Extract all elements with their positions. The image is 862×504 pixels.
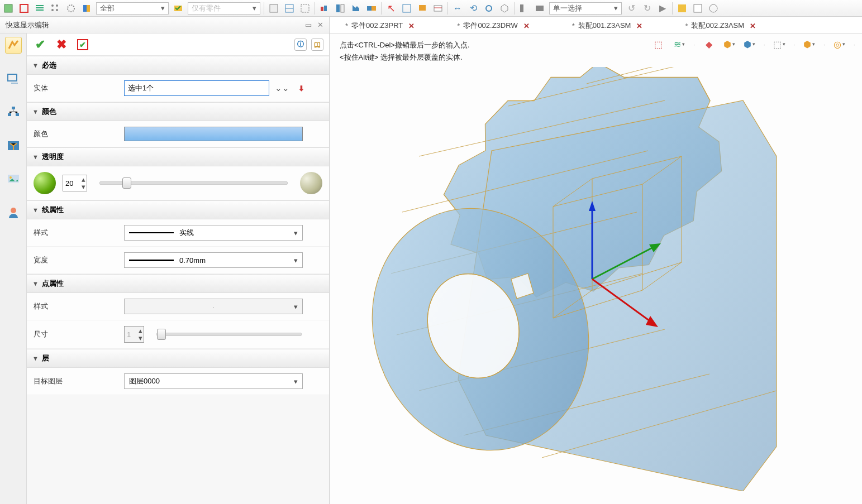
toolbar-icon[interactable]: ↺ xyxy=(625,2,637,15)
section-layer[interactable]: ▼ 层 xyxy=(27,349,329,368)
spinner-arrows[interactable]: ▴▾ xyxy=(82,176,85,190)
side-icon-feature[interactable] xyxy=(5,37,22,54)
selection-mode-combo[interactable]: 单一选择 xyxy=(549,2,622,15)
3d-viewport[interactable]: 点击<CTRL-Del>撤销最后一步的输入点. <按住Alt键> 选择被最外层覆… xyxy=(330,33,862,504)
close-tab-icon[interactable]: ✕ xyxy=(408,22,415,30)
close-tab-icon[interactable]: ✕ xyxy=(523,22,530,30)
minimize-icon[interactable]: ▭ xyxy=(305,21,312,29)
point-style-select[interactable]: · xyxy=(124,299,303,314)
toolbar-icon[interactable] xyxy=(692,2,704,15)
tab-asm2[interactable]: * 装配002.Z3ASM ✕ xyxy=(680,18,760,33)
color-swatch[interactable] xyxy=(124,127,303,141)
toolbar-icon[interactable] xyxy=(350,2,362,15)
close-tab-icon[interactable]: ✕ xyxy=(750,22,756,30)
section-required-label: 必选 xyxy=(42,60,56,70)
toolbar-icon[interactable] xyxy=(483,2,495,15)
point-size-input[interactable]: 1 ▴▾ xyxy=(124,326,144,343)
toolbar-icon[interactable] xyxy=(534,2,546,15)
svg-rect-33 xyxy=(16,113,19,116)
transparency-slider[interactable] xyxy=(99,181,288,185)
vp-tool-icon[interactable]: ≋ xyxy=(673,38,685,50)
toolbar-icon[interactable] xyxy=(172,2,184,15)
toolbar-icon[interactable] xyxy=(498,2,511,15)
toolbar-icon[interactable] xyxy=(518,2,530,15)
svg-rect-16 xyxy=(336,4,340,12)
toolbar-icon[interactable] xyxy=(334,2,346,15)
section-layer-label: 层 xyxy=(42,353,49,363)
apply-button[interactable]: ✔ xyxy=(75,37,91,52)
vp-tool-icon[interactable]: ⬢ xyxy=(723,38,736,50)
svg-rect-30 xyxy=(8,74,17,81)
toolbar-icon[interactable] xyxy=(318,2,331,15)
vp-tool-eraser-icon[interactable]: ◆ xyxy=(703,38,716,50)
vp-tool-icon[interactable]: ⬢ xyxy=(744,38,756,50)
tab-part-prt[interactable]: * 零件002.Z3PRT ✕ xyxy=(341,18,419,33)
panel-title-bar: 快速显示编辑 ▭ ✕ xyxy=(0,17,329,33)
filter-combo-all[interactable]: 全部 xyxy=(96,2,169,15)
spinner-arrows[interactable]: ▴▾ xyxy=(139,327,142,342)
toolbar-icon[interactable]: ↔ xyxy=(451,2,464,15)
toolbar-icon[interactable]: ↖ xyxy=(385,2,397,15)
viewport-area: * 零件002.Z3PRT ✕ * 零件002.Z3DRW ✕ * 装配001.… xyxy=(330,17,862,504)
toolbar-icon[interactable] xyxy=(49,2,61,15)
toolbar-icon[interactable] xyxy=(65,2,77,15)
info-button[interactable]: ⓘ xyxy=(294,39,307,51)
toolbar-icon[interactable] xyxy=(416,2,428,15)
toolbar-icon[interactable] xyxy=(283,2,296,15)
line-style-select[interactable]: 实线 xyxy=(124,225,303,241)
toolbar-icon[interactable] xyxy=(268,2,280,15)
point-size-slider[interactable] xyxy=(156,333,302,336)
toolbar-icon[interactable] xyxy=(34,2,46,15)
separator xyxy=(315,2,315,15)
document-tab-strip: * 零件002.Z3PRT ✕ * 零件002.Z3DRW ✕ * 装配001.… xyxy=(330,17,862,33)
svg-point-36 xyxy=(9,176,12,179)
toolbar-icon[interactable] xyxy=(2,2,15,15)
entity-input[interactable]: 选中1个 xyxy=(124,80,269,96)
bookmark-button[interactable]: 🕮 xyxy=(311,39,323,51)
close-tab-icon[interactable]: ✕ xyxy=(636,22,642,30)
vp-tool-icon[interactable]: ⬚ xyxy=(653,38,665,50)
vp-tool-cube-icon[interactable]: ⬚ xyxy=(773,38,785,50)
toolbar-icon[interactable] xyxy=(80,2,93,15)
tab-asm1[interactable]: * 装配001.Z3ASM ✕ xyxy=(568,18,647,33)
toolbar-icon[interactable] xyxy=(18,2,30,15)
toolbar-icon[interactable] xyxy=(365,2,378,15)
line-width-select[interactable]: 0.70mm xyxy=(124,252,303,268)
point-style-label: 样式 xyxy=(34,301,117,311)
toolbar-icon[interactable]: ▶ xyxy=(656,2,669,15)
accept-button[interactable]: ✔ xyxy=(32,37,48,52)
toolbar-icon[interactable] xyxy=(676,2,688,15)
target-layer-select[interactable]: 图层0000 xyxy=(124,373,303,389)
toolbar-icon[interactable]: ⟲ xyxy=(467,2,479,15)
toolbar-icon[interactable] xyxy=(401,2,413,15)
section-required[interactable]: ▼ 必选 xyxy=(27,56,329,75)
gear-3d-model[interactable] xyxy=(352,67,799,491)
toolbar-icon[interactable] xyxy=(432,2,444,15)
section-color[interactable]: ▼ 颜色 xyxy=(27,102,329,121)
section-point-attr[interactable]: ▼ 点属性 xyxy=(27,274,329,293)
side-icon-box[interactable] xyxy=(5,137,22,154)
section-transparency[interactable]: ▼ 透明度 xyxy=(27,147,329,166)
toolbar-icon[interactable] xyxy=(707,2,720,15)
vp-tool-icon[interactable]: ⬢ xyxy=(803,38,816,50)
section-line-attr[interactable]: ▼ 线属性 xyxy=(27,200,329,219)
toolbar-icon[interactable]: ↻ xyxy=(641,2,653,15)
side-icon-tree[interactable] xyxy=(5,70,22,87)
expand-button[interactable]: ⌄⌄ xyxy=(276,82,288,94)
transparency-value-input[interactable]: 20 ▴▾ xyxy=(63,175,87,191)
cancel-button[interactable]: ✖ xyxy=(54,37,69,52)
vp-tool-zoom-icon[interactable]: ◎ xyxy=(833,38,845,50)
slider-thumb[interactable] xyxy=(122,177,131,189)
side-icon-hierarchy[interactable] xyxy=(5,104,22,121)
clear-button[interactable]: ⬇ xyxy=(295,82,307,94)
side-icon-user[interactable] xyxy=(5,204,22,221)
close-icon[interactable]: ✕ xyxy=(317,21,323,29)
svg-rect-21 xyxy=(419,5,426,11)
svg-rect-14 xyxy=(321,7,323,11)
filter-combo-parts[interactable]: 仅有零件 xyxy=(188,2,260,15)
slider-thumb[interactable] xyxy=(157,329,166,340)
caret-icon: ▼ xyxy=(32,108,39,115)
side-icon-image[interactable] xyxy=(5,171,22,188)
toolbar-icon[interactable] xyxy=(299,2,311,15)
tab-part-drw[interactable]: * 零件002.Z3DRW ✕ xyxy=(453,18,534,33)
